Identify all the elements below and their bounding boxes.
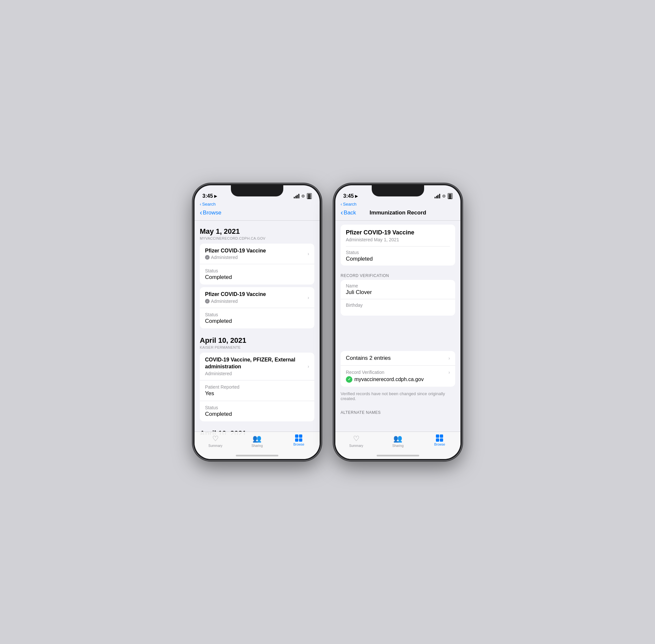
chevron-icon-2: › [308,295,309,300]
section-source-1: MYVACCINERECORD.CDPH.CA.GOV [200,236,314,240]
tab-browse-1[interactable]: Browse [278,434,320,446]
tab-summary-label-1: Summary [208,444,222,447]
tab-sharing-1[interactable]: 👥 Sharing [236,434,278,447]
tab-sharing-label-1: Sharing [251,444,263,447]
phone-1: 3:45 ▶ ⊜ ▓ ‹ Search [193,184,321,460]
vaccine-name-3: COVID-19 Vaccine, PFIZER, External admin… [205,356,308,370]
heart-icon-2: ♡ [353,434,360,443]
detail-nav-bar: ‹ Back Immunization Record [335,207,460,221]
patient-reported-label: Patient Reported [205,384,309,390]
vaccine-sub-3: Administered [205,371,308,376]
tab-browse-label-2: Browse [434,443,445,446]
vaccine-status-row-3: Status Completed [200,401,314,421]
administered-label-1: Administered [211,255,238,260]
search-back[interactable]: ‹ Search [200,202,314,207]
status-time: 3:45 [202,193,213,199]
record-verification-header: RECORD VERIFICATION [335,268,460,280]
phone-2-screen: 3:45 ▶ ⊜ ▓ ‹ Search [335,185,460,459]
browse-content: May 1, 2021 MYVACCINERECORD.CDPH.CA.GOV … [195,221,320,435]
back-browse-label: Browse [203,210,221,216]
status-field: Status Completed [341,247,455,266]
verification-value-row: ✓ myvaccinerecord.cdph.ca.gov [346,376,424,383]
tab-summary-2[interactable]: ♡ Summary [335,434,377,447]
sharing-icon-2: 👥 [393,434,402,443]
alternate-names-header: ALTERNATE NAMES [335,405,460,417]
status-value-2: Completed [205,318,309,324]
detail-content: Pfizer COVID-19 Vaccine Administered May… [335,221,460,435]
vaccine-row-3-title[interactable]: COVID-19 Vaccine, PFIZER, External admin… [200,353,314,381]
phone-2: 3:45 ▶ ⊜ ▓ ‹ Search [334,184,462,460]
vaccine-card-1: Pfizer COVID-19 Vaccine ✓ Administered ›… [200,244,314,285]
vaccine-header: Pfizer COVID-19 Vaccine Administered May… [341,225,455,246]
search-nav-label-2: Search [343,202,356,207]
back-browse-btn[interactable]: ‹ Browse [200,209,314,217]
vaccine-name-2: Pfizer COVID-19 Vaccine [205,291,308,298]
verification-note: Verified records have not been changed s… [335,389,460,405]
browse-icon-1 [295,434,302,442]
signal-bars-2 [435,194,440,199]
verification-domain: myvaccinerecord.cdph.ca.gov [354,376,424,383]
rec-verification-title: Record Verification [346,370,384,375]
vaccine-name-1: Pfizer COVID-19 Vaccine [205,248,308,254]
entries-label: Contains 2 entries [346,355,391,362]
search-nav-bar-2: ‹ Search [335,202,460,207]
status-value-detail: Completed [346,256,450,262]
back-chevron-icon: ‹ [200,202,201,207]
tab-sharing-2[interactable]: 👥 Sharing [377,434,419,447]
tab-browse-label-1: Browse [293,443,304,446]
vaccine-row-2-title[interactable]: Pfizer COVID-19 Vaccine ✓ Administered › [200,287,314,308]
back-chevron-icon-2: ‹ [341,202,342,207]
home-indicator-1[interactable] [236,455,278,456]
search-back-2[interactable]: ‹ Search [341,202,455,207]
rec-verification-chevron: › [448,370,450,375]
search-nav-label: Search [202,202,216,207]
status-label-1: Status [205,268,309,273]
notch-2 [372,185,424,197]
section-source-2: KAISER PERMANENTE [200,345,314,349]
vaccine-status-row-1: Status Completed [200,264,314,284]
signal-bars [294,194,299,199]
section-date-1: May 1, 2021 [200,227,314,236]
tab-sharing-label-2: Sharing [392,444,404,447]
chevron-icon-1: › [308,251,309,256]
status-label-3: Status [205,405,309,410]
status-value-1: Completed [205,274,309,281]
status-time-2: 3:45 [343,193,354,199]
back-arrow-icon-2: ‹ [341,209,343,217]
vaccine-card-3: COVID-19 Vaccine, PFIZER, External admin… [200,353,314,421]
battery-icon: ▓ [307,193,312,199]
location-icon-2: ▶ [355,194,358,199]
administered-label-2: Administered [211,299,238,304]
wifi-icon: ⊜ [301,193,305,199]
vaccine-status-2: ✓ Administered [205,299,308,304]
tab-browse-2[interactable]: Browse [419,434,460,446]
back-btn-2[interactable]: ‹ Back [341,209,367,217]
vaccine-title-detail: Pfizer COVID-19 Vaccine [346,229,450,236]
vaccine-status-1: ✓ Administered [205,255,308,260]
tab-summary-label-2: Summary [349,444,363,447]
home-indicator-2[interactable] [377,455,419,456]
phone-1-screen: 3:45 ▶ ⊜ ▓ ‹ Search [195,185,320,459]
patient-reported-value: Yes [205,390,309,397]
tab-summary-1[interactable]: ♡ Summary [195,434,236,447]
sharing-icon-1: 👥 [252,434,261,443]
nav-bar: ‹ Browse [195,207,320,221]
record-verification-card: Name Juli Clover Birthday [341,280,455,316]
status-label-detail: Status [346,250,450,255]
vaccine-row-1-title[interactable]: Pfizer COVID-19 Vaccine ✓ Administered › [200,244,314,264]
status-icons: ⊜ ▓ [294,193,312,199]
status-value-3: Completed [205,411,309,417]
page-title-2: Immunization Record [370,210,426,216]
browse-icon-2 [436,434,443,442]
back-arrow-icon: ‹ [200,209,202,217]
battery-icon-2: ▓ [448,193,453,199]
birthday-field: Birthday [341,299,455,316]
name-field: Name Juli Clover [341,280,455,299]
back-label-2: Back [343,210,356,216]
name-value: Juli Clover [346,289,450,296]
record-verification-row[interactable]: Record Verification › ✓ myvaccinerecord.… [341,366,455,387]
chevron-icon-3: › [308,364,309,369]
entries-verification-card: Contains 2 entries › Record Verification… [341,351,455,387]
entries-row[interactable]: Contains 2 entries › [341,351,455,366]
green-check-icon: ✓ [346,376,353,383]
